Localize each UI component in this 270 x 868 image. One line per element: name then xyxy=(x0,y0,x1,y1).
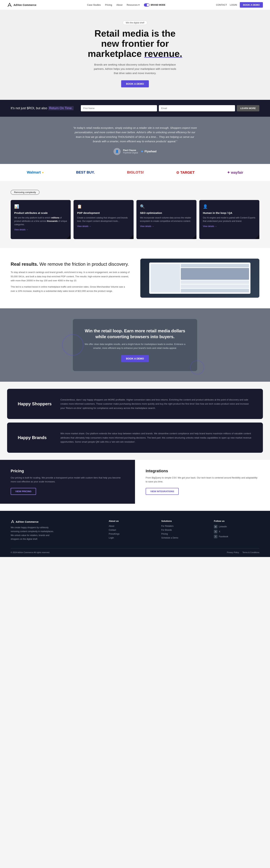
roi-text-before: It's not just $ROI, but also xyxy=(11,106,47,110)
feature-link-0[interactable]: View details → xyxy=(14,228,67,231)
feature-icon-3: 👤 xyxy=(203,204,256,209)
pricing-cta-btn[interactable]: VIEW PRICING xyxy=(11,488,36,495)
feature-link-3[interactable]: View details → xyxy=(203,225,256,227)
footer-link-schedule: Schedule a Demo xyxy=(161,536,207,539)
mockup-row-3 xyxy=(181,284,249,288)
retail-loop-cta[interactable]: BOOK A DEMO xyxy=(121,355,149,362)
hero-section: Win the digital shelf Retail media is th… xyxy=(0,10,270,100)
flywheel-icon: ✦ xyxy=(141,149,144,154)
corner-fold-3 xyxy=(255,235,259,239)
nav-case-studies[interactable]: Case Studies xyxy=(87,4,101,6)
roi-first-name[interactable] xyxy=(81,105,157,111)
facebook-label: Facebook xyxy=(219,535,228,538)
footer-brand: AdVon Commerce We create happy shoppers … xyxy=(11,520,101,541)
nav-login[interactable]: LOGIN xyxy=(230,4,237,6)
footer-link-pricing: Pricing xyxy=(161,533,207,535)
roi-learn-btn[interactable]: LEARN MORE xyxy=(237,105,259,111)
footer-about-links: About Contact PressKings Login xyxy=(109,525,154,539)
happy-brands-left: Happy Brands xyxy=(18,435,53,440)
nav-links: Case Studies Pricing About Resources ▾ B… xyxy=(87,3,166,7)
happy-brands-title: Happy Brands xyxy=(18,435,53,440)
footer-legal: Privacy Policy Terms & Conditions xyxy=(227,551,259,553)
mockup-inner xyxy=(149,262,250,294)
privacy-link[interactable]: Privacy Policy xyxy=(227,551,239,553)
logo: AdVon Commerce xyxy=(7,2,36,7)
pricing-description: Our pricing is built for scaling. We pro… xyxy=(11,476,124,484)
results-para2: This led to a marked boost in online mar… xyxy=(11,285,130,293)
linkedin-label: LinkedIn xyxy=(219,525,227,528)
integrations-box: Integrations From BigQuery to simple CSV… xyxy=(135,460,270,504)
footer-social-col: Follow us in LinkedIn 𝕏 X f Facebook xyxy=(214,520,259,541)
nav-contact[interactable]: CONTACT xyxy=(216,4,227,6)
footer-solutions-title: Solutions xyxy=(161,520,207,522)
feature-title-0: Product attributes at scale xyxy=(14,211,67,214)
happy-sections-wrapper: Happy Shoppers Conscientious, dare I say… xyxy=(0,382,270,460)
flywheel-logo: ✦ Flywheel xyxy=(141,149,157,154)
twitter-icon: 𝕏 xyxy=(214,530,217,533)
hero-badge: Win the digital shelf xyxy=(123,21,147,25)
corner-fold-2 xyxy=(192,235,197,239)
results-text: Real results. We remove the friction in … xyxy=(11,261,130,295)
feature-title-2: SEO optimization xyxy=(140,211,193,214)
feature-title-3: Human in the loop / QA xyxy=(203,211,256,214)
feature-icon-2: 🔍 xyxy=(140,204,193,209)
happy-shoppers-title: Happy Shoppers xyxy=(18,401,53,406)
footer-link-brands: For Brands xyxy=(161,529,207,531)
feature-desc-0: We are the only platform built to enrich… xyxy=(14,216,67,226)
features-section: Removing complexity 📊 Product attributes… xyxy=(0,181,270,248)
target-logo: ⊙ TARGET xyxy=(176,170,194,175)
happy-shoppers-right: Conscientious, dare I say happy shoppers… xyxy=(60,398,252,410)
book-demo-btn-nav[interactable]: BOOK A DEMO xyxy=(240,2,263,8)
linkedin-link[interactable]: in LinkedIn xyxy=(214,525,259,528)
author-name: Paul Clause xyxy=(123,149,138,152)
happy-brands-right: Win more market share. Our platform exte… xyxy=(60,431,252,444)
mockup-row-4 xyxy=(181,289,249,292)
headline-line1: Retail media is the xyxy=(94,28,176,38)
headline-line2: new frontier for xyxy=(101,38,169,49)
pricing-title: Pricing xyxy=(11,469,124,473)
resources-label: Resources xyxy=(127,4,138,6)
brand-mode-label: BRAND MODE xyxy=(151,4,166,6)
retail-loop-inner: Win the retail loop. Earn more retail me… xyxy=(73,319,197,371)
facebook-link[interactable]: f Facebook xyxy=(214,535,259,538)
roi-form: LEARN MORE xyxy=(81,105,259,111)
brand-mode-toggle: BRAND MODE xyxy=(144,3,166,7)
integrations-cta-btn[interactable]: VIEW INTEGRATIONS xyxy=(146,488,179,495)
mockup-screen xyxy=(140,258,259,298)
feature-link-1[interactable]: View details → xyxy=(77,225,130,227)
footer-logo: AdVon Commerce xyxy=(11,520,101,524)
integrations-description: From BigQuery to simple CSV. We got your… xyxy=(146,476,259,484)
terms-link[interactable]: Terms & Conditions xyxy=(242,551,259,553)
wayfair-logo: ✦ wayfair xyxy=(227,170,243,175)
results-headline: Real results. We remove the friction in … xyxy=(11,261,130,267)
brands-section: Walmart ✦ BEST BUY. BIGLOTS! ⊙ TARGET ✦ … xyxy=(0,164,270,181)
testimonial-section: "In today's retail media ecosystem, simp… xyxy=(0,117,270,164)
logo-icon xyxy=(7,2,12,7)
nav-resources[interactable]: Resources ▾ xyxy=(127,4,140,6)
nav-pricing[interactable]: Pricing xyxy=(105,4,112,6)
facebook-icon: f xyxy=(214,535,217,538)
features-label: Removing complexity xyxy=(11,190,39,195)
hero-cta-btn[interactable]: BOOK A DEMO xyxy=(121,80,149,87)
retail-loop-description: We offer clear data tangible results, an… xyxy=(84,342,186,350)
nav-about[interactable]: About xyxy=(116,4,122,6)
footer-about-title: About us xyxy=(109,520,154,522)
pricing-integrations-section: Pricing Our pricing is built for scaling… xyxy=(0,460,270,511)
footer: AdVon Commerce We create happy shoppers … xyxy=(0,511,270,557)
feature-link-2[interactable]: View details → xyxy=(140,225,193,227)
author-avatar: 👤 xyxy=(114,148,121,155)
footer-logo-text: AdVon Commerce xyxy=(16,520,38,523)
author-info: Paul Clause Flywheel Digital xyxy=(123,149,138,154)
navigation: AdVon Commerce Case Studies Pricing Abou… xyxy=(0,0,270,10)
roi-email[interactable] xyxy=(159,105,235,111)
feature-desc-1: Create a consistent catalog that shopper… xyxy=(77,216,130,223)
headline-line3: marketplace xyxy=(88,49,142,59)
happy-shoppers-section: Happy Shoppers Conscientious, dare I say… xyxy=(7,389,263,419)
happy-shoppers-text: Conscientious, dare I say happy shoppers… xyxy=(60,398,252,410)
brand-mode-switch[interactable] xyxy=(144,3,150,7)
corner-fold-0 xyxy=(66,235,71,239)
results-section: Real results. We remove the friction in … xyxy=(0,248,270,308)
twitter-link[interactable]: 𝕏 X xyxy=(214,530,259,533)
mockup-content xyxy=(181,264,249,292)
walmart-logo: Walmart ✦ xyxy=(27,170,44,175)
